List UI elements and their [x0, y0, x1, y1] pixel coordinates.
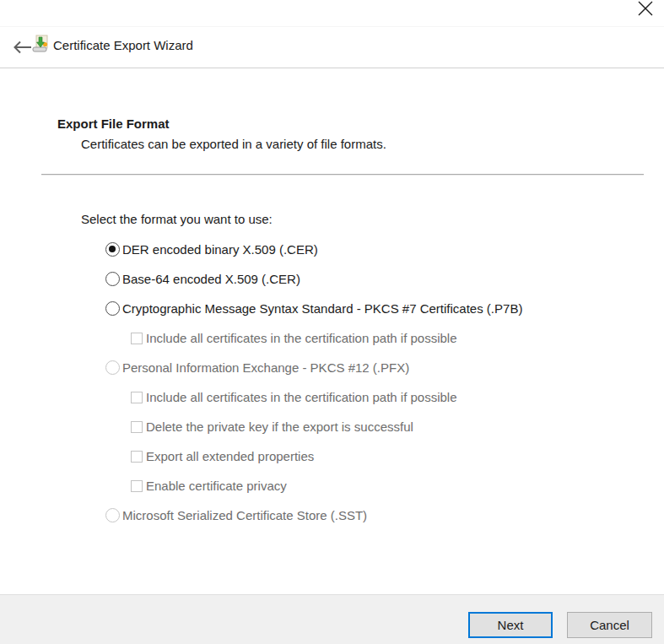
- section-heading: Export File Format: [57, 116, 170, 131]
- option-label: Base-64 encoded X.509 (.CER): [122, 272, 300, 286]
- titlebar: [0, 0, 664, 27]
- radio-icon: [105, 360, 120, 375]
- page-title: Certificate Export Wizard: [53, 38, 193, 52]
- close-button[interactable]: [634, 0, 657, 19]
- option-label: Cryptographic Message Syntax Standard - …: [122, 301, 522, 316]
- section-divider: [41, 174, 644, 175]
- option-label: Enable certificate privacy: [146, 479, 287, 493]
- option-label: Microsoft Serialized Certificate Store (…: [122, 508, 367, 522]
- format-checkbox-option: Delete the private key if the export is …: [0, 418, 664, 436]
- format-radio-option[interactable]: Cryptographic Message Syntax Standard - …: [0, 300, 664, 317]
- footer-bar: Next Cancel: [0, 594, 664, 644]
- format-radio-option[interactable]: DER encoded binary X.509 (.CER): [0, 241, 664, 258]
- checkbox-icon: [131, 392, 143, 403]
- format-checkbox-option: Export all extended properties: [0, 447, 664, 465]
- option-label: Include all certificates in the certific…: [146, 331, 457, 345]
- option-label: Export all extended properties: [146, 449, 314, 463]
- format-checkbox-option: Include all certificates in the certific…: [0, 388, 664, 406]
- format-options: DER encoded binary X.509 (.CER)Base-64 e…: [0, 241, 664, 536]
- checkbox-icon: [131, 480, 143, 492]
- checkbox-icon: [131, 333, 143, 344]
- format-checkbox-option: Include all certificates in the certific…: [0, 329, 664, 347]
- radio-icon[interactable]: [105, 272, 120, 286]
- radio-icon: [105, 508, 120, 522]
- option-label: Include all certificates in the certific…: [146, 390, 457, 404]
- certificate-export-wizard-window: Certificate Export Wizard Export File Fo…: [0, 0, 664, 644]
- wizard-header: Certificate Export Wizard: [0, 27, 664, 68]
- radio-selected-icon[interactable]: [105, 242, 120, 257]
- format-radio-option: Personal Information Exchange - PKCS #12…: [0, 359, 664, 376]
- option-label: Delete the private key if the export is …: [146, 419, 413, 434]
- format-radio-option: Microsoft Serialized Certificate Store (…: [0, 506, 664, 524]
- option-label: Personal Information Exchange - PKCS #12…: [122, 360, 409, 375]
- certificate-export-icon: [30, 35, 49, 53]
- format-radio-option[interactable]: Base-64 encoded X.509 (.CER): [0, 270, 664, 288]
- close-icon: [637, 0, 654, 17]
- section-description: Certificates can be exported in a variet…: [81, 137, 386, 151]
- radio-icon[interactable]: [105, 301, 120, 316]
- next-button[interactable]: Next: [468, 612, 553, 638]
- cancel-button[interactable]: Cancel: [567, 612, 652, 638]
- checkbox-icon: [131, 451, 143, 463]
- format-prompt: Select the format you want to use:: [81, 212, 273, 226]
- format-checkbox-option: Enable certificate privacy: [0, 477, 664, 495]
- checkbox-icon: [131, 421, 143, 433]
- option-label: DER encoded binary X.509 (.CER): [122, 242, 318, 257]
